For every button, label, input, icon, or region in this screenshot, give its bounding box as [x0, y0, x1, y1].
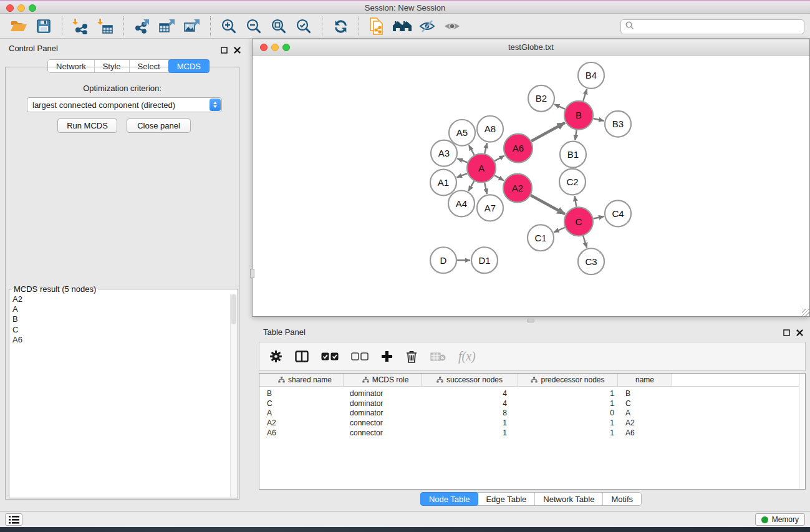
tab-motifs[interactable]: Motifs [603, 493, 641, 505]
export-table-icon[interactable] [157, 16, 178, 36]
table-row[interactable]: Adominator80A [259, 409, 805, 418]
table-row[interactable]: Cdominator41C [259, 399, 805, 409]
mcds-result-list[interactable]: A2 A B C A6 [11, 294, 229, 496]
graph-node-label: B3 [612, 118, 624, 129]
show-eye-icon[interactable] [441, 16, 463, 36]
tab-node-table[interactable]: Node Table [420, 492, 479, 506]
network-canvas[interactable]: AA1A2A3A4A5A6A7A8BB1B2B3B4CC1C2C3C4DD1 [253, 56, 809, 316]
table-row[interactable]: A2connector11A2 [259, 418, 805, 428]
toolbar-search[interactable] [620, 19, 804, 34]
mcds-result-title: MCDS result (5 nodes) [12, 284, 98, 294]
control-panel-float-icon[interactable] [221, 45, 228, 56]
add-column-icon[interactable] [381, 351, 393, 362]
horizontal-splitter-handle[interactable] [527, 319, 534, 322]
table-settings-gear-icon[interactable] [269, 350, 282, 363]
export-image-icon[interactable] [181, 16, 203, 36]
column-header-predecessor-nodes[interactable]: predecessor nodes [518, 374, 618, 386]
graph-node-label: A2 [512, 183, 523, 193]
import-table-icon[interactable] [95, 16, 116, 36]
table-panel-close-icon[interactable] [796, 327, 803, 339]
table-body: Bdominator41B Cdominator41C Adominator80… [259, 387, 805, 438]
table-tabs: Node Table Edge Table Network Table Moti… [420, 492, 642, 506]
toolbar-separator [359, 16, 359, 36]
tab-edge-table[interactable]: Edge Table [478, 493, 535, 505]
splitter-collapse-handle[interactable] [250, 269, 254, 278]
tab-network-table[interactable]: Network Table [535, 493, 603, 505]
graph-node-label: A1 [438, 177, 449, 188]
window-resize-grip[interactable] [802, 309, 809, 316]
node-table: shared name MCDS role successor nodes pr… [259, 373, 806, 490]
memory-button[interactable]: Memory [755, 513, 805, 526]
table-toolbar: f(x) [259, 342, 806, 371]
zoom-in-icon[interactable] [218, 16, 239, 36]
network-file-icon[interactable] [367, 16, 388, 36]
graph-node-label: A7 [485, 203, 496, 213]
table-panel-float-icon[interactable] [783, 327, 790, 339]
list-icon [9, 515, 19, 525]
network-graph[interactable]: AA1A2A3A4A5A6A7A8BB1B2B3B4CC1C2C3C4DD1 [253, 56, 809, 316]
import-network-icon[interactable] [70, 16, 91, 36]
delete-table-icon[interactable] [430, 352, 446, 362]
zoom-selected-icon[interactable] [293, 16, 314, 36]
zoom-fit-icon[interactable] [268, 16, 289, 36]
search-input[interactable] [637, 22, 804, 32]
deselect-all-rows-icon[interactable] [351, 352, 369, 360]
delete-columns-icon[interactable] [405, 350, 418, 364]
graph-node-label: B [576, 110, 582, 120]
tab-mcds[interactable]: MCDS [168, 59, 210, 73]
list-item[interactable]: A6 [12, 335, 229, 345]
refresh-layout-icon[interactable] [330, 16, 351, 36]
graph-node-label: A8 [485, 123, 496, 134]
table-panel-title: Table Panel [263, 327, 306, 337]
graph-node-label: B4 [586, 70, 597, 80]
column-header-shared-name[interactable]: shared name [259, 374, 344, 386]
network-window-title-bar[interactable]: testGlobe.txt [253, 39, 809, 56]
list-item[interactable]: A [12, 304, 229, 314]
run-mcds-button[interactable]: Run MCDS [57, 118, 117, 133]
table-row[interactable]: Bdominator41B [259, 389, 805, 399]
zoom-out-icon[interactable] [243, 16, 264, 36]
control-panel-close-icon[interactable] [234, 45, 241, 56]
export-network-icon[interactable] [132, 16, 153, 36]
main-toolbar [0, 14, 810, 39]
sort-hierarchy-icon [362, 377, 369, 383]
show-columns-icon[interactable] [295, 351, 309, 362]
graph-node-label: A6 [513, 143, 524, 153]
column-header-name[interactable]: name [618, 374, 672, 386]
function-builder-icon[interactable]: f(x) [458, 349, 476, 364]
open-session-icon[interactable] [8, 16, 29, 36]
select-all-rows-icon[interactable] [321, 352, 339, 360]
graph-node-label: C4 [612, 208, 624, 219]
task-history-button[interactable] [5, 513, 22, 526]
table-scrollbar[interactable] [799, 374, 805, 489]
graph-node-label: A [478, 163, 485, 173]
save-session-icon[interactable] [33, 16, 54, 36]
column-header-successor-nodes[interactable]: successor nodes [422, 374, 518, 386]
criterion-dropdown[interactable]: largest connected component (directed) [27, 97, 222, 112]
sort-hierarchy-icon [278, 377, 285, 383]
network-view-window: testGlobe.txt AA1A2A3A4A5A6A7A8BB1B2B3B4… [252, 39, 810, 317]
control-panel-title: Control Panel [9, 44, 58, 53]
home-icon[interactable] [392, 16, 413, 36]
toolbar-separator [322, 16, 322, 36]
column-header-mcds-role[interactable]: MCDS role [344, 374, 422, 386]
list-item[interactable]: C [12, 325, 229, 335]
graph-node-label: D1 [478, 255, 490, 266]
dropdown-stepper-icon [210, 99, 221, 111]
list-item[interactable]: A2 [12, 294, 229, 304]
memory-status-icon [761, 516, 768, 523]
toolbar-separator [210, 16, 211, 36]
graph-node-label: C3 [585, 256, 597, 267]
graph-node-label: B1 [567, 149, 579, 160]
status-bar: Memory [0, 511, 810, 527]
close-panel-button[interactable]: Close panel [127, 118, 191, 133]
result-scrollbar[interactable] [230, 294, 237, 497]
graph-node-label: A5 [456, 127, 468, 138]
table-row[interactable]: A6connector11A6 [259, 428, 805, 438]
app-title-bar: Session: New Session [0, 0, 810, 14]
graph-node-label: B2 [536, 93, 547, 104]
table-header-row: shared name MCDS role successor nodes pr… [259, 374, 805, 387]
hide-eye-icon[interactable] [417, 16, 438, 36]
toolbar-separator [123, 16, 124, 36]
list-item[interactable]: B [12, 314, 229, 324]
